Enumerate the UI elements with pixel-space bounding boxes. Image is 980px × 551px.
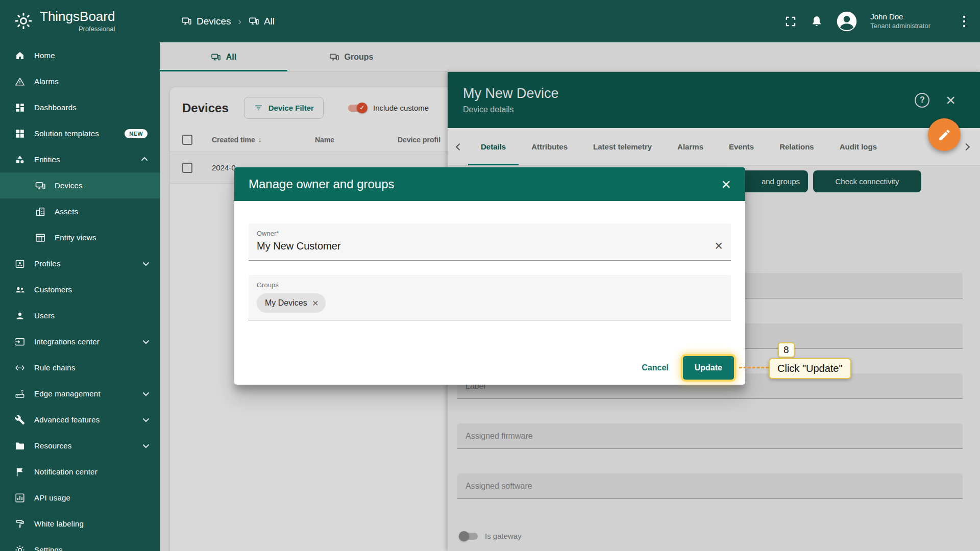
- group-icon: [249, 16, 259, 27]
- chevron-down-icon: [143, 390, 150, 396]
- pencil-edit-icon: [938, 128, 951, 142]
- chevron-down-icon: [143, 416, 150, 422]
- dialog-close-icon[interactable]: [721, 176, 731, 192]
- api-usage-chart-icon: [14, 492, 26, 504]
- sidebar-item-white-labeling[interactable]: White labeling: [0, 511, 160, 537]
- chip-remove-icon[interactable]: [312, 297, 318, 309]
- sidebar-item-integrations-center[interactable]: Integrations center: [0, 329, 160, 355]
- sidebar-item-notification-center[interactable]: Notification center: [0, 459, 160, 485]
- groups-field[interactable]: Groups My Devices: [249, 275, 731, 320]
- sidebar: Home Alarms Dashboards Solution template…: [0, 42, 160, 551]
- thingsboard-logo-icon: [13, 11, 34, 31]
- dialog-header: Manage owner and groups: [234, 167, 745, 201]
- settings-gear-icon: [14, 544, 26, 551]
- sidebar-item-edge-management[interactable]: Edge management: [0, 381, 160, 407]
- app-header: ThingsBoard Professional Devices All Joh…: [0, 0, 980, 42]
- sidebar-item-home[interactable]: Home: [0, 42, 160, 68]
- brand-name: ThingsBoard: [40, 10, 115, 23]
- dialog-footer: Cancel Update: [642, 356, 734, 380]
- sidebar-item-customers[interactable]: Customers: [0, 277, 160, 303]
- dialog-title: Manage owner and groups: [249, 177, 395, 191]
- users-icon: [14, 310, 26, 321]
- fullscreen-icon[interactable]: [784, 15, 797, 28]
- groups-field-label: Groups: [257, 281, 723, 289]
- profiles-icon: [14, 258, 26, 269]
- owner-field[interactable]: Owner* My New Customer: [249, 223, 731, 261]
- sidebar-item-resources[interactable]: Resources: [0, 433, 160, 459]
- cancel-button[interactable]: Cancel: [642, 363, 668, 372]
- solution-templates-icon: [14, 128, 26, 139]
- manage-owner-groups-dialog: Manage owner and groups Owner* My New Cu…: [234, 167, 745, 385]
- sidebar-item-settings[interactable]: Settings: [0, 537, 160, 551]
- white-labeling-paint-icon: [14, 518, 26, 530]
- owner-field-label: Owner*: [257, 230, 723, 237]
- dialog-body: Owner* My New Customer Groups My Devices: [234, 201, 745, 320]
- chevron-down-icon: [143, 442, 150, 448]
- dashboards-icon: [14, 102, 26, 113]
- integrations-icon: [14, 336, 26, 347]
- entity-views-icon: [35, 232, 46, 243]
- breadcrumb-separator-icon: [238, 16, 241, 27]
- edit-fab-button[interactable]: [928, 118, 961, 151]
- sidebar-item-users[interactable]: Users: [0, 303, 160, 329]
- home-icon: [14, 50, 26, 61]
- new-badge: NEW: [125, 129, 148, 138]
- sidebar-item-rule-chains[interactable]: Rule chains: [0, 355, 160, 381]
- user-avatar[interactable]: [836, 11, 857, 32]
- notifications-bell-icon[interactable]: [810, 15, 823, 28]
- chevron-down-icon: [143, 338, 150, 344]
- annotation-step-number: 8: [778, 342, 795, 358]
- sidebar-item-entities[interactable]: Entities: [0, 146, 160, 172]
- sidebar-item-advanced-features[interactable]: Advanced features: [0, 407, 160, 433]
- annotation-connector-line: [739, 367, 769, 368]
- more-menu-icon[interactable]: [962, 15, 967, 28]
- sidebar-item-assets[interactable]: Assets: [0, 198, 160, 224]
- devices-icon: [181, 16, 192, 27]
- devices-icon: [35, 180, 46, 191]
- sidebar-item-entity-views[interactable]: Entity views: [0, 224, 160, 251]
- rule-chains-icon: [14, 362, 26, 373]
- brand-logo[interactable]: ThingsBoard Professional: [0, 10, 160, 32]
- chevron-down-icon: [143, 260, 150, 266]
- brand-edition: Professional: [40, 25, 115, 33]
- customers-icon: [14, 284, 26, 295]
- advanced-features-wrench-icon: [14, 414, 26, 425]
- header-actions: John Doe Tenant administrator: [784, 11, 967, 32]
- assets-icon: [35, 206, 46, 217]
- update-button[interactable]: Update: [683, 356, 734, 380]
- group-chip-my-devices[interactable]: My Devices: [257, 293, 326, 313]
- chevron-up-icon: [141, 157, 148, 164]
- sidebar-item-profiles[interactable]: Profiles: [0, 251, 160, 277]
- edge-router-icon: [14, 388, 26, 399]
- breadcrumb-all[interactable]: All: [249, 16, 275, 27]
- owner-clear-icon[interactable]: [715, 239, 723, 253]
- sidebar-item-dashboards[interactable]: Dashboards: [0, 94, 160, 120]
- breadcrumb: Devices All: [181, 16, 275, 27]
- sidebar-item-solution-templates[interactable]: Solution templates NEW: [0, 120, 160, 146]
- user-info: John Doe Tenant administrator: [870, 12, 930, 30]
- notification-flag-icon: [14, 466, 26, 478]
- resources-folder-icon: [14, 440, 26, 452]
- breadcrumb-devices[interactable]: Devices: [181, 16, 231, 27]
- alarm-warning-icon: [14, 76, 26, 87]
- entities-icon: [14, 154, 26, 165]
- annotation-tooltip: Click "Update": [769, 358, 851, 379]
- user-role: Tenant administrator: [870, 22, 930, 31]
- user-name: John Doe: [870, 12, 930, 22]
- owner-field-value[interactable]: My New Customer: [257, 240, 340, 252]
- sidebar-item-api-usage[interactable]: API usage: [0, 485, 160, 511]
- sidebar-item-devices[interactable]: Devices: [0, 172, 160, 198]
- sidebar-item-alarms[interactable]: Alarms: [0, 68, 160, 94]
